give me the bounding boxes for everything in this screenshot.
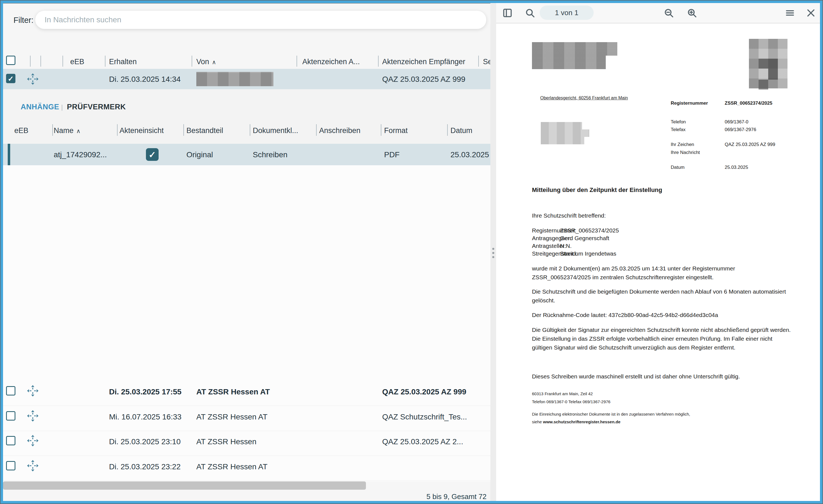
letter-intro: Ihre Schutzschrift betreffend: (532, 212, 606, 219)
footer-phone: Telefon 069/1367-0 Telefax 069/1367-2976 (532, 399, 611, 404)
message-detail-section (3, 89, 490, 144)
row-checkbox[interactable] (6, 411, 15, 421)
cell-aktenzeichen-empfaenger: QAZ Schutzschrift_Tes... (382, 412, 467, 422)
splitter-grip-icon (492, 248, 494, 250)
cell-dokumentklasse: Schreiben (253, 150, 288, 159)
datum-value: 25.03.2025 (725, 165, 748, 170)
message-row[interactable]: Di. 25.03.2025 17:55 AT ZSSR Hessen AT Q… (3, 381, 490, 406)
tab-anhaenge[interactable]: ANHÄNGE (21, 103, 59, 111)
column-header-akteneinsicht[interactable]: Akteneinsicht (120, 126, 164, 135)
redacted-recipient (541, 137, 584, 144)
column-header-aktenzeichen-empfaenger[interactable]: Aktenzeichen Empfänger (382, 57, 465, 66)
ihr-zeichen-label: Ihr Zeichen (671, 142, 694, 147)
cell-datum: 25.03.2025 (451, 150, 489, 159)
sort-ascending-icon: ∧ (212, 59, 216, 65)
register-url: www.schutzschriftenregister.hessen.de (543, 419, 620, 424)
pdf-document-page: Oberlandesgericht, 60256 Frankfurt am Ma… (496, 23, 820, 501)
footer-note-link-line: siehe www.schutzschriftenregister.hessen… (532, 419, 620, 424)
column-header-dokumentklasse[interactable]: Dokumentkl... (253, 126, 298, 135)
move-handle-icon[interactable] (26, 459, 39, 472)
column-separator (381, 124, 381, 136)
cell-name: atj_17429092... (54, 150, 107, 159)
page-indicator[interactable]: 1 von 1 (540, 5, 594, 20)
redacted-letterhead (532, 56, 606, 69)
cell-erhalten: Di. 25.03.2025 17:55 (109, 387, 181, 396)
column-separator (316, 124, 317, 136)
case-value: Gerd Gegnerschaft (560, 235, 609, 241)
close-icon[interactable] (806, 8, 816, 18)
column-header-von[interactable]: Von∧ (196, 57, 216, 66)
datum-label: Datum (671, 165, 684, 170)
attachment-row-selected[interactable]: atj_17429092... ✓ Original Schreiben PDF… (3, 144, 490, 165)
sidebar-toggle-icon[interactable] (502, 8, 513, 18)
column-header-erhalten[interactable]: Erhalten (109, 57, 137, 66)
column-separator (62, 56, 63, 67)
letter-paragraph: Der Rücknahme-Code lautet: 437c2b80-90ad… (532, 311, 792, 320)
message-row-selected[interactable]: ✓ Di. 25.03.2025 14:34 QAZ 25.03.2025 AZ… (3, 69, 490, 89)
move-handle-icon[interactable] (26, 434, 39, 447)
panel-splitter[interactable] (490, 3, 496, 501)
column-header-format[interactable]: Format (384, 126, 408, 135)
column-separator (52, 124, 53, 136)
attachment-selection-accent (8, 144, 10, 165)
column-separator (40, 56, 41, 67)
column-header-name[interactable]: Name∧ (54, 126, 80, 135)
cell-format: PDF (384, 150, 399, 159)
column-separator (250, 124, 250, 136)
redacted-letterhead (532, 42, 617, 56)
cell-erhalten: Di. 25.03.2025 14:34 (109, 75, 181, 84)
column-header-eeb[interactable]: eEB (14, 126, 28, 135)
cell-erhalten: Di. 25.03.2025 23:22 (109, 462, 181, 471)
letter-paragraph: Die Schutzschrift und die beigefügten Do… (532, 287, 792, 305)
redacted-recipient (541, 130, 589, 137)
select-all-checkbox[interactable] (6, 56, 15, 65)
cell-aktenzeichen-empfaenger: QAZ 25.03.2025 AZ 999 (382, 387, 466, 396)
redacted-sender (196, 72, 274, 86)
row-checkbox-checked[interactable]: ✓ (6, 74, 15, 83)
case-value: N.N. (560, 242, 571, 249)
message-row[interactable]: Di. 25.03.2025 23:22 AT ZSSR Hessen AT (3, 456, 490, 481)
menu-icon[interactable] (785, 8, 795, 18)
tab-divider: | (61, 103, 63, 111)
search-input[interactable] (35, 11, 486, 29)
registernummer-value: ZSSR_00652374/2025 (725, 101, 772, 106)
splitter-grip-icon (492, 256, 494, 258)
row-checkbox[interactable] (6, 386, 15, 395)
column-separator (378, 56, 378, 67)
move-handle-icon[interactable] (26, 384, 39, 397)
column-separator (478, 56, 479, 67)
letter-paragraph: Dieses Schreiben wurde maschinell erstel… (532, 372, 792, 381)
row-checkbox[interactable] (6, 436, 15, 445)
sort-ascending-icon: ∧ (76, 128, 80, 134)
message-row[interactable]: Di. 25.03.2025 23:10 AT ZSSR Hessen QAZ … (3, 431, 490, 456)
cell-von: AT ZSSR Hessen AT (196, 462, 267, 471)
ihre-nachricht-label: Ihre Nachricht (671, 150, 700, 155)
row-checkbox[interactable] (6, 461, 15, 470)
move-handle-icon[interactable] (26, 73, 39, 86)
column-separator (183, 124, 184, 136)
column-header-anschreiben[interactable]: Anschreiben (319, 126, 360, 135)
akteneinsicht-checkbox-checked[interactable]: ✓ (146, 148, 159, 161)
column-header-aktenzeichen-absender[interactable]: Aktenzeichen A... (302, 57, 360, 66)
column-separator (297, 56, 297, 67)
cell-erhalten: Mi. 16.07.2025 16:33 (109, 412, 181, 422)
cell-von: AT ZSSR Hessen AT (196, 387, 270, 396)
sender-address-line: Oberlandesgericht, 60256 Frankfurt am Ma… (540, 96, 628, 101)
ihr-zeichen-value: QAZ 25.03.2025 AZ 999 (725, 142, 775, 147)
message-row[interactable]: Mi. 16.07.2025 16:33 AT ZSSR Hessen AT Q… (3, 406, 490, 431)
horizontal-scrollbar[interactable] (3, 481, 366, 490)
move-handle-icon[interactable] (26, 409, 39, 422)
cell-aktenzeichen-empfaenger: QAZ 25.03.2025 AZ 2... (382, 437, 463, 446)
telefax-value: 069/1367-2976 (725, 127, 756, 133)
zoom-out-icon[interactable] (664, 8, 674, 18)
column-header-eeb[interactable]: eEB (70, 57, 84, 66)
zoom-in-icon[interactable] (687, 8, 697, 18)
column-header-bestandteil[interactable]: Bestandteil (186, 126, 223, 135)
letter-paragraph: Die Gültigkeit der Signatur zur eingerei… (532, 326, 792, 352)
filter-label: Filter: (13, 16, 34, 25)
search-icon[interactable] (525, 8, 535, 18)
cell-bestandteil: Original (186, 150, 213, 159)
tab-pruefvermerk[interactable]: PRÜFVERMERK (67, 103, 126, 111)
column-header-datum[interactable]: Datum (451, 126, 473, 135)
column-separator (447, 124, 448, 136)
